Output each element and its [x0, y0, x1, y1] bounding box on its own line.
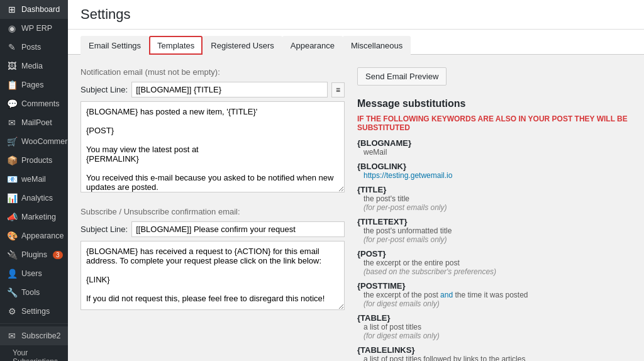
tab-miscellaneous[interactable]: Miscellaneous	[343, 36, 411, 55]
sub-posttime-keyword: {POSTTIME}	[357, 281, 631, 291]
sub-tablelinks-desc: a list of post titles followed by links …	[357, 355, 631, 361]
posts-icon: ✎	[6, 42, 18, 52]
sidebar-item-label: weMail	[21, 175, 46, 184]
message-substitutions-title: Message substitutions	[357, 98, 631, 109]
sub-table-keyword: {TABLE}	[357, 313, 631, 323]
notification-email-label: Notification email (must not be empty):	[80, 67, 345, 77]
sidebar-item-tools[interactable]: 🔧 Tools	[0, 283, 68, 302]
sub-title-desc: the post's title(for per-post emails onl…	[357, 194, 631, 212]
sidebar-divider	[0, 323, 68, 324]
sidebar-item-dashboard[interactable]: ⊞ Dashboard	[0, 0, 68, 19]
sidebar-item-label: Tools	[21, 288, 40, 297]
tab-appearance[interactable]: Appearance	[282, 36, 343, 55]
sidebar-item-label: Analytics	[21, 194, 53, 203]
sidebar-item-products[interactable]: 📦 Products	[0, 151, 68, 170]
page-header: Settings	[68, 0, 644, 30]
send-email-preview-button[interactable]: Send Email Preview	[357, 67, 447, 86]
sub-table-desc: a list of post titles(for digest emails …	[357, 323, 631, 340]
sidebar-item-label: Media	[21, 62, 43, 70]
sub-titletext-keyword: {TITLETEXT}	[357, 217, 631, 226]
sidebar-item-marketing[interactable]: 📣 Marketing	[0, 208, 68, 226]
sidebar-item-label: Comments	[21, 99, 59, 108]
sidebar-item-label: Products	[21, 156, 52, 165]
sub-post-desc: the excerpt or the entire post(based on …	[357, 258, 631, 276]
products-icon: 📦	[6, 155, 18, 165]
plugins-icon: 🔌	[6, 250, 18, 260]
sidebar-item-label: Settings	[21, 307, 50, 316]
sub-bloglink-desc: https://testing.getwemail.io	[357, 171, 631, 180]
sub-tablelinks-keyword: {TABLELINKS}	[357, 345, 631, 355]
notification-subject-icon-button[interactable]: ≡	[331, 82, 345, 97]
confirmation-subject-label: Subject Line:	[80, 225, 128, 234]
sidebar-item-woocommerce[interactable]: 🛒 WooCommerce	[0, 132, 68, 151]
tools-icon: 🔧	[6, 287, 18, 297]
marketing-icon: 📣	[6, 212, 18, 222]
sidebar-item-subscribe2[interactable]: ✉ Subscribe2	[0, 326, 68, 345]
appearance-icon: 🎨	[6, 231, 18, 241]
notification-email-section: Notification email (must not be empty): …	[80, 67, 345, 194]
left-panel: Notification email (must not be empty): …	[80, 67, 345, 361]
sub-blogname-keyword: {BLOGNAME}	[357, 138, 631, 148]
subscribe2-icon: ✉	[6, 331, 18, 341]
sidebar-item-label: WooCommerce	[21, 137, 68, 146]
sidebar-item-label: Marketing	[21, 213, 56, 221]
confirmation-email-label: Subscribe / Unsubscribe confirmation ema…	[80, 207, 345, 216]
sidebar-item-label: WP ERP	[21, 24, 52, 33]
sub-blogname-desc: weMail	[357, 148, 631, 157]
wperp-icon: ◉	[6, 23, 18, 33]
sidebar-item-appearance[interactable]: 🎨 Appearance	[0, 226, 68, 245]
sub-post-keyword: {POST}	[357, 249, 631, 258]
sidebar-item-wperp[interactable]: ◉ WP ERP	[0, 19, 68, 38]
sidebar-item-label: MailPoet	[21, 118, 52, 127]
users-icon: 👤	[6, 269, 18, 279]
bloglink-url[interactable]: https://testing.getwemail.io	[364, 171, 452, 180]
sidebar-item-analytics[interactable]: 📊 Analytics	[0, 189, 68, 208]
sidebar-item-pages[interactable]: 📋 Pages	[0, 75, 68, 94]
page-title: Settings	[80, 6, 631, 23]
sub-titletext-desc: the post's unformatted title(for per-pos…	[357, 226, 631, 244]
sub-posttime-desc: the excerpt of the post and the time it …	[357, 291, 631, 308]
wemail-icon: 📧	[6, 174, 18, 184]
notification-email-body[interactable]: {BLOGNAME} has posted a new item, '{TITL…	[80, 101, 345, 192]
confirmation-subject-input[interactable]	[131, 221, 345, 237]
sidebar-item-settings-main[interactable]: ⚙ Settings	[0, 302, 68, 321]
notification-subject-label: Subject Line:	[80, 85, 128, 94]
notification-subject-input[interactable]	[131, 82, 328, 97]
sidebar-item-posts[interactable]: ✎ Posts	[0, 38, 68, 57]
sub-title-keyword: {TITLE}	[357, 185, 631, 194]
sidebar-item-users[interactable]: 👤 Users	[0, 264, 68, 283]
sub-bloglink-keyword: {BLOGLINK}	[357, 162, 631, 171]
tab-email-settings[interactable]: Email Settings	[80, 36, 149, 55]
settings-tabs: Email Settings Templates Registered User…	[68, 30, 644, 55]
sidebar-submenu-your-subscriptions[interactable]: Your Subscriptions	[0, 345, 68, 361]
substitutions-warning: IF THE FOLLOWING KEYWORDS ARE ALSO IN YO…	[357, 114, 631, 132]
sidebar-item-wemail[interactable]: 📧 weMail	[0, 170, 68, 189]
dashboard-icon: ⊞	[6, 4, 18, 14]
confirmation-email-body[interactable]: {BLOGNAME} has received a request to {AC…	[80, 241, 345, 310]
sidebar-item-comments[interactable]: 💬 Comments	[0, 94, 68, 113]
sidebar: ⊞ Dashboard ◉ WP ERP ✎ Posts 🖼 Media 📋 P…	[0, 0, 68, 361]
sidebar-item-plugins[interactable]: 🔌 Plugins 3	[0, 245, 68, 264]
sidebar-item-media[interactable]: 🖼 Media	[0, 57, 68, 75]
mailpoet-icon: ✉	[6, 118, 18, 128]
sidebar-subscribe2-label: Subscribe2	[21, 331, 61, 340]
analytics-icon: 📊	[6, 193, 18, 203]
pages-icon: 📋	[6, 80, 18, 90]
tab-templates[interactable]: Templates	[149, 36, 203, 55]
comments-icon: 💬	[6, 99, 18, 109]
templates-content: Notification email (must not be empty): …	[68, 55, 644, 361]
main-content: Settings Email Settings Templates Regist…	[68, 0, 644, 361]
posttime-and-link[interactable]: and	[440, 291, 453, 299]
sidebar-item-label: Users	[21, 269, 42, 278]
sidebar-item-mailpoet[interactable]: ✉ MailPoet	[0, 113, 68, 132]
sidebar-item-label: Pages	[21, 81, 43, 89]
settings-main-icon: ⚙	[6, 306, 18, 316]
confirmation-subject-row: Subject Line:	[80, 221, 345, 237]
plugins-badge: 3	[53, 251, 63, 259]
media-icon: 🖼	[6, 61, 18, 71]
confirmation-email-section: Subscribe / Unsubscribe confirmation ema…	[80, 207, 345, 312]
woocommerce-icon: 🛒	[6, 136, 18, 147]
tab-registered-users[interactable]: Registered Users	[203, 36, 282, 55]
right-panel: Send Email Preview Message substitutions…	[357, 67, 631, 361]
sidebar-item-label: Plugins	[21, 250, 47, 259]
